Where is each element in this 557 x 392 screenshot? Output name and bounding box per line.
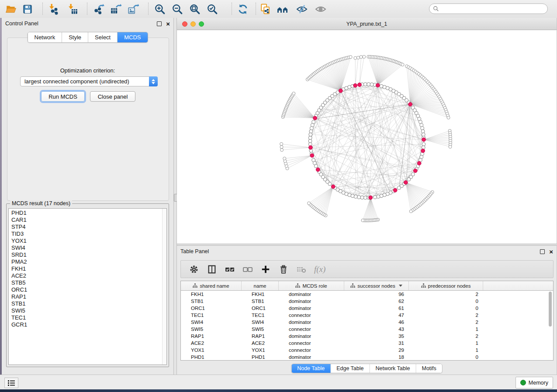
mcds-result-item[interactable]: RAP1 [11, 293, 166, 300]
tab-mcds[interactable]: MCDS [118, 32, 147, 42]
table-row[interactable]: SWI4SWI4dominator462 [181, 319, 553, 326]
mcds-result-item[interactable]: ORC1 [11, 286, 166, 293]
mcds-result-item[interactable]: PMA2 [11, 258, 166, 265]
mcds-scrollbar[interactable] [162, 209, 166, 364]
minimize-traffic-light[interactable] [190, 21, 196, 27]
search-input[interactable] [441, 5, 544, 13]
table-row[interactable]: ORC1ORC1dominator610 [181, 305, 553, 312]
import-table-icon[interactable] [66, 3, 79, 15]
table-scrollbar[interactable] [548, 292, 552, 359]
tab-style[interactable]: Style [62, 32, 88, 42]
export-network-icon[interactable] [93, 3, 105, 15]
table-cell: 96 [344, 292, 409, 297]
table-row[interactable]: YOX1YOX1connector291 [181, 347, 553, 354]
table-row[interactable]: TEC1TEC1connector472 [181, 312, 553, 319]
mcds-result-item[interactable]: ACE2 [11, 272, 166, 279]
save-session-icon[interactable] [21, 3, 34, 15]
mcds-result-item[interactable]: STB1 [11, 300, 166, 307]
zoom-fit-icon[interactable] [189, 3, 201, 15]
table-row[interactable]: ACE2ACE2connector311 [181, 340, 553, 347]
maximize-traffic-light[interactable] [199, 21, 204, 27]
export-table-icon[interactable] [110, 3, 122, 15]
optimization-select[interactable]: largest connected component (undirected) [20, 76, 158, 86]
add-column-icon[interactable] [260, 264, 271, 275]
mcds-result-item[interactable]: GCR1 [11, 321, 166, 328]
float-window-icon[interactable] [157, 21, 162, 26]
toolbar-separator [256, 3, 256, 15]
refresh-view-icon[interactable] [237, 3, 249, 15]
close-panel-icon[interactable]: × [166, 22, 170, 26]
table-cell: 0 [409, 354, 483, 360]
import-network-icon[interactable] [47, 3, 59, 15]
zoom-out-icon[interactable] [171, 3, 183, 15]
mcds-result-item[interactable]: FKH1 [11, 265, 166, 272]
apply-function-icon: f(x) [314, 265, 325, 274]
column-header-shared-name[interactable]: shared name [181, 281, 242, 290]
table-row[interactable]: FKH1FKH1dominator962 [181, 291, 553, 298]
column-header-name[interactable]: name [242, 281, 279, 290]
column-header-successor-nodes[interactable]: successor nodes [344, 281, 409, 290]
mcds-result-item[interactable]: SWI4 [11, 244, 166, 251]
table-row[interactable]: SWI5SWI5connector431 [181, 326, 553, 333]
zoom-selected-icon[interactable] [206, 3, 218, 15]
table-row[interactable]: RAP1RAP1dominator352 [181, 333, 553, 340]
memory-button[interactable]: Memory [515, 377, 553, 389]
delete-table-icon [296, 264, 307, 275]
mcds-result-item[interactable]: SWI5 [11, 307, 166, 314]
close-panel-button[interactable]: Close panel [90, 91, 135, 102]
mcds-result-item[interactable]: PHD1 [11, 210, 166, 217]
hide-selected-icon[interactable] [296, 3, 308, 15]
select-all-icon[interactable] [225, 264, 235, 275]
tab-network-table[interactable]: Network Table [370, 364, 416, 373]
optimization-label: Optimization criterion: [2, 67, 173, 74]
tab-edge-table[interactable]: Edge Table [331, 364, 370, 373]
mcds-result-item[interactable]: TID3 [11, 230, 166, 237]
table-cell: 46 [344, 320, 409, 325]
tab-network[interactable]: Network [28, 32, 62, 42]
tab-select[interactable]: Select [88, 32, 118, 42]
table-cell: FKH1 [242, 292, 279, 297]
mcds-result-item[interactable]: STP4 [11, 224, 166, 230]
table-scrollbar-thumb[interactable] [549, 292, 552, 327]
delete-columns-icon[interactable] [278, 264, 289, 275]
mcds-result-item[interactable]: YOX1 [11, 237, 166, 244]
run-mcds-button[interactable]: Run MCDS [41, 91, 85, 102]
table-cell: TEC1 [242, 313, 279, 318]
table-settings-icon[interactable] [189, 264, 199, 275]
show-all-icon[interactable] [315, 3, 327, 15]
network-window-titlebar[interactable]: YPA_prune.txt_1 [177, 18, 557, 30]
float-window-icon[interactable] [540, 249, 545, 254]
open-file-icon[interactable] [5, 3, 17, 15]
mcds-result-item[interactable]: STB5 [11, 279, 166, 286]
network-canvas[interactable] [177, 30, 556, 244]
tab-motifs[interactable]: Motifs [416, 364, 442, 373]
table-cell: RAP1 [242, 334, 279, 339]
export-image-icon[interactable] [127, 3, 139, 15]
deselect-all-icon[interactable] [242, 264, 253, 275]
table-row[interactable]: STB1STB1dominator620 [181, 298, 553, 305]
mcds-result-item[interactable]: TEC1 [11, 314, 166, 321]
table-cell: PHD1 [181, 354, 242, 360]
table-cell: 35 [344, 334, 409, 339]
tab-node-table[interactable]: Node Table [291, 364, 331, 373]
table-cell: RAP1 [181, 334, 242, 339]
column-header-predecessor-nodes[interactable]: predecessor nodes [409, 281, 483, 290]
mcds-result-item[interactable]: CAR1 [11, 217, 166, 224]
close-panel-icon[interactable]: × [549, 250, 553, 254]
table-cell: TEC1 [181, 313, 242, 318]
table-row[interactable]: PHD1PHD1dominator180 [181, 354, 553, 361]
clone-network-icon[interactable] [259, 3, 272, 15]
search-box[interactable] [429, 3, 548, 14]
zoom-in-icon[interactable] [154, 3, 166, 15]
first-neighbors-icon[interactable] [277, 3, 289, 15]
node-table[interactable]: shared namenameMCDS rolesuccessor nodesp… [180, 281, 554, 361]
column-header-MCDS-role[interactable]: MCDS role [279, 281, 344, 290]
task-history-button[interactable] [4, 378, 18, 388]
table-cell: ACE2 [181, 340, 242, 346]
mcds-result-listbox[interactable]: PHD1CAR1STP4TID3YOX1SWI4SRD1PMA2FKH1ACE2… [8, 208, 167, 365]
close-traffic-light[interactable] [182, 21, 187, 27]
mcds-result-item[interactable]: SRD1 [11, 251, 166, 258]
table-cell: dominator [279, 334, 344, 339]
table-cell: connector [279, 340, 344, 346]
show-columns-icon[interactable] [207, 264, 217, 275]
